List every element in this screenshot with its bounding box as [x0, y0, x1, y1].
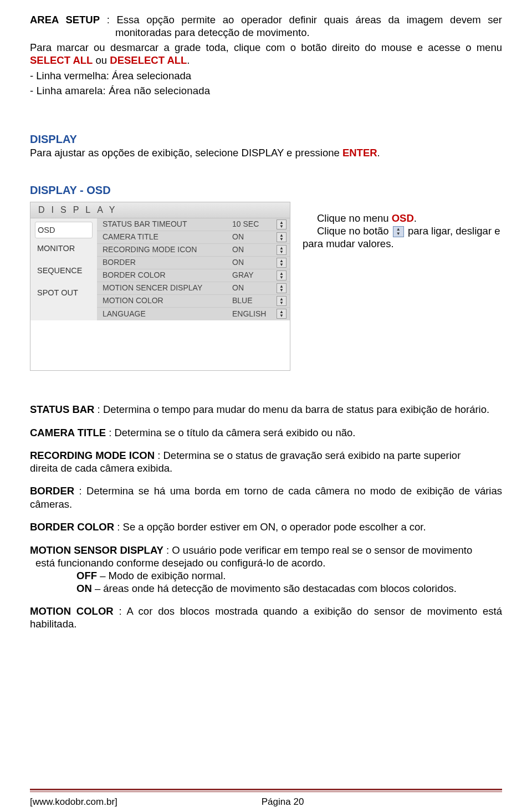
spinner-icon[interactable]: ▲▼ — [277, 245, 287, 255]
osd-side1b: OSD — [392, 212, 414, 224]
display-heading: DISPLAY — [30, 132, 502, 146]
rec-mode-text-b: direita de cada câmera exibida. — [30, 462, 502, 474]
area-setup-text1: Essa opção permite ao operador definir q… — [115, 14, 502, 38]
rec-mode-text-a: : Determina se o status de gravação será… — [155, 450, 461, 461]
osd-setting-label: STATUS BAR TIMEOUT — [103, 219, 232, 229]
on-line: ON – áreas onde há detecção de movimento… — [30, 582, 502, 595]
footer-row: [www.kodobr.com.br] Página 20 — [30, 796, 502, 808]
osd-setting-value: ENGLISH — [232, 309, 277, 319]
def-border-color: BORDER COLOR : Se a opção border estiver… — [30, 520, 502, 533]
display-intro-a: Para ajustar as opções de exibição, sele… — [30, 147, 342, 159]
spinner-icon[interactable]: ▲▼ — [277, 232, 287, 242]
osd-setting-value: ON — [232, 245, 277, 255]
osd-side-text: Clique no menu OSD. Clique no botão ▲▼ p… — [303, 202, 502, 371]
osd-left-nav: OSD MONITOR SEQUENCE SPOT OUT — [30, 218, 97, 320]
spinner-icon[interactable]: ▲▼ — [277, 283, 287, 293]
rec-mode-term: RECORDING MODE ICON — [30, 450, 155, 461]
def-border: BORDER : Determina se há uma borda em to… — [30, 484, 502, 510]
osd-setting-value: 10 SEC — [232, 219, 277, 229]
osd-nav-monitor[interactable]: MONITOR — [35, 241, 93, 256]
osd-setting-label: LANGUAGE — [103, 309, 232, 319]
osd-setting-label: BORDER COLOR — [103, 270, 232, 280]
osd-setting-label: MOTION COLOR — [103, 296, 232, 306]
area-setup-label: AREA SETUP — [30, 14, 100, 25]
area-setup-para: AREA SETUP : Essa opção permite ao opera… — [30, 13, 502, 39]
def-motion-sensor: MOTION SENSOR DISPLAY : O usuário pode v… — [30, 544, 502, 595]
area-setup-sep: : — [100, 14, 116, 25]
osd-setting-label: BORDER — [103, 258, 232, 268]
border-term: BORDER — [30, 485, 74, 497]
osd-nav-osd[interactable]: OSD — [35, 222, 93, 238]
border-text: : Determina se há uma borda em torno de … — [30, 485, 502, 509]
spinner-icon[interactable]: ▲▼ — [277, 258, 287, 268]
osd-nav-spotout[interactable]: SPOT OUT — [35, 285, 93, 300]
osd-side1c: . — [414, 212, 417, 224]
spinner-icon[interactable]: ▲▼ — [277, 270, 287, 280]
camera-title-text: : Determina se o título da câmera será e… — [106, 427, 355, 438]
area-setup-para2: Para marcar ou desmarcar a grade toda, c… — [30, 41, 502, 67]
yellow-line: - Linha amarela: Área não selecionada — [30, 84, 502, 97]
off-label: OFF — [76, 570, 97, 581]
osd-setting-row: BORDER ON ▲▼ — [97, 257, 290, 269]
status-bar-term: STATUS BAR — [30, 404, 94, 415]
osd-padding — [30, 320, 290, 370]
osd-nav-sequence[interactable]: SEQUENCE — [35, 263, 93, 278]
status-bar-text: : Determina o tempo para mudar do menu d… — [94, 404, 489, 415]
osd-setting-row: RECORDING MODE ICON ON ▲▼ — [97, 244, 290, 257]
osd-setting-value: GRAY — [232, 270, 277, 280]
enter-label: ENTER — [342, 147, 377, 159]
display-intro-c: . — [377, 147, 380, 159]
display-osd-heading: DISPLAY - OSD — [30, 183, 502, 197]
page: AREA SETUP : Essa opção permite ao opera… — [0, 0, 532, 812]
osd-side-line1: Clique no menu OSD. — [303, 212, 502, 224]
osd-setting-label: CAMERA TITLE — [103, 232, 232, 242]
osd-setting-value: BLUE — [232, 296, 277, 306]
red-line: - Linha vermelha: Área selecionada — [30, 69, 502, 82]
motion-sensor-term: MOTION SENSOR DISPLAY — [30, 544, 163, 556]
area-setup-t2a: Para marcar ou desmarcar a grade toda, c… — [30, 42, 502, 53]
osd-setting-row: BORDER COLOR GRAY ▲▼ — [97, 269, 290, 282]
osd-setting-value: ON — [232, 232, 277, 242]
def-camera-title: CAMERA TITLE : Determina se o título da … — [30, 426, 502, 439]
osd-side1a: Clique no menu — [317, 212, 392, 224]
border-color-text: : Se a opção border estiver em ON, o ope… — [114, 521, 426, 533]
footer-page: Página 20 — [262, 796, 304, 808]
footer-rules — [30, 789, 502, 792]
select-all-label: SELECT ALL — [30, 54, 93, 66]
osd-setting-row: MOTION COLOR BLUE ▲▼ — [97, 295, 290, 308]
osd-right-settings: STATUS BAR TIMEOUT 10 SEC ▲▼ CAMERA TITL… — [97, 218, 290, 320]
osd-side-line2: Clique no botão ▲▼ para ligar, desligar … — [303, 224, 502, 250]
osd-panel-title: DISPLAY — [30, 202, 290, 218]
spinner-icon[interactable]: ▲▼ — [277, 309, 287, 319]
display-intro: Para ajustar as opções de exibição, sele… — [30, 146, 502, 159]
motion-sensor-text-a: : O usuário pode verificar em tempo real… — [163, 544, 472, 556]
osd-setting-row: CAMERA TITLE ON ▲▼ — [97, 231, 290, 244]
osd-panel: DISPLAY OSD MONITOR SEQUENCE SPOT OUT ST… — [30, 202, 290, 371]
camera-title-term: CAMERA TITLE — [30, 427, 106, 438]
spinner-icon[interactable]: ▲▼ — [277, 296, 287, 306]
def-motion-color: MOTION COLOR : A cor dos blocos mostrada… — [30, 605, 502, 630]
off-text: – Modo de exibição normal. — [97, 570, 226, 581]
footer-site: [www.kodobr.com.br] — [30, 796, 117, 808]
osd-setting-label: MOTION SENCER DISPLAY — [103, 283, 232, 293]
osd-setting-row: MOTION SENCER DISPLAY ON ▲▼ — [97, 282, 290, 295]
motion-color-term: MOTION COLOR — [30, 605, 114, 617]
osd-side2a: Clique no botão — [303, 225, 392, 237]
osd-body: OSD MONITOR SEQUENCE SPOT OUT STATUS BAR… — [30, 218, 290, 320]
on-label: ON — [76, 583, 92, 594]
area-setup-t2e: . — [187, 54, 190, 66]
on-text: – áreas onde há detecção de movimento sã… — [92, 583, 457, 594]
def-status-bar: STATUS BAR : Determina o tempo para muda… — [30, 403, 502, 416]
osd-setting-value: ON — [232, 258, 277, 268]
off-line: OFF – Modo de exibição normal. — [30, 569, 502, 582]
osd-row: DISPLAY OSD MONITOR SEQUENCE SPOT OUT ST… — [30, 202, 502, 371]
osd-setting-value: ON — [232, 283, 277, 293]
spinner-icon[interactable]: ▲▼ — [277, 219, 287, 229]
border-color-term: BORDER COLOR — [30, 521, 114, 533]
area-setup-t2c: ou — [93, 54, 110, 66]
osd-setting-row: LANGUAGE ENGLISH ▲▼ — [97, 308, 290, 320]
osd-setting-label: RECORDING MODE ICON — [103, 245, 232, 255]
deselect-all-label: DESELECT ALL — [110, 54, 187, 66]
motion-sensor-text-b: está funcionando conforme desejado ou co… — [30, 556, 502, 569]
spinner-icon[interactable]: ▲▼ — [393, 226, 404, 237]
